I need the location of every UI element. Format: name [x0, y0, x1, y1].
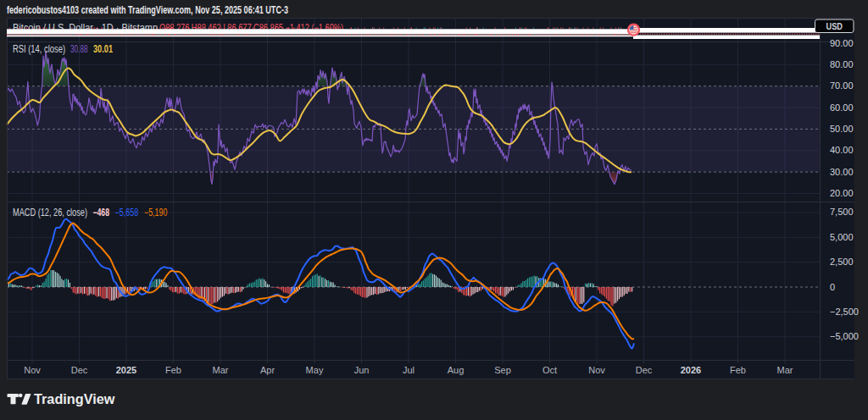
svg-text:Dec: Dec: [71, 365, 88, 375]
svg-text:federicobustos4103 created wit: federicobustos4103 created with TradingV…: [7, 4, 288, 16]
svg-text:Sep: Sep: [494, 365, 511, 375]
svg-text:Jun: Jun: [354, 365, 370, 375]
svg-text:30.88: 30.88: [70, 43, 88, 55]
svg-text:Mar: Mar: [777, 365, 793, 375]
svg-text:MACD (12, 26, close): MACD (12, 26, close): [13, 207, 87, 218]
svg-text:2026: 2026: [681, 365, 701, 375]
svg-text:70.00: 70.00: [830, 80, 854, 91]
svg-text:90.00: 90.00: [830, 38, 854, 48]
svg-text:Feb: Feb: [730, 365, 746, 375]
svg-text:Nov: Nov: [588, 365, 605, 375]
svg-text:40.00: 40.00: [830, 145, 854, 155]
svg-text:30.01: 30.01: [93, 43, 113, 55]
svg-text:20.00: 20.00: [830, 188, 854, 198]
svg-text:Mar: Mar: [213, 365, 229, 375]
svg-text:0: 0: [830, 282, 835, 292]
svg-text:USD: USD: [826, 21, 843, 31]
svg-text:−468: −468: [93, 207, 110, 218]
svg-text:−2,500: −2,500: [830, 307, 859, 317]
svg-text:−5,190: −5,190: [144, 207, 168, 218]
svg-text:2,500: 2,500: [830, 257, 854, 267]
svg-text:Dec: Dec: [636, 365, 653, 375]
svg-text:Aug: Aug: [448, 365, 465, 375]
svg-text:Nov: Nov: [24, 365, 41, 375]
svg-text:Oct: Oct: [542, 365, 557, 375]
svg-text:80.00: 80.00: [830, 59, 854, 69]
svg-text:Apr: Apr: [260, 365, 275, 375]
svg-text:−5,000: −5,000: [830, 331, 859, 341]
svg-text:−5,658: −5,658: [115, 207, 139, 218]
svg-text:RSI (14, close): RSI (14, close): [13, 43, 65, 55]
svg-text:Feb: Feb: [165, 365, 181, 375]
svg-text:5,000: 5,000: [830, 232, 854, 242]
svg-text:Jul: Jul: [403, 365, 415, 375]
svg-text:60.00: 60.00: [830, 102, 854, 113]
svg-text:30.00: 30.00: [830, 167, 854, 177]
svg-text:TradingView: TradingView: [34, 391, 115, 406]
svg-text:50.00: 50.00: [830, 124, 854, 134]
svg-text:7,500: 7,500: [830, 207, 854, 217]
svg-text:2025: 2025: [116, 365, 136, 375]
svg-text:May: May: [306, 365, 324, 375]
